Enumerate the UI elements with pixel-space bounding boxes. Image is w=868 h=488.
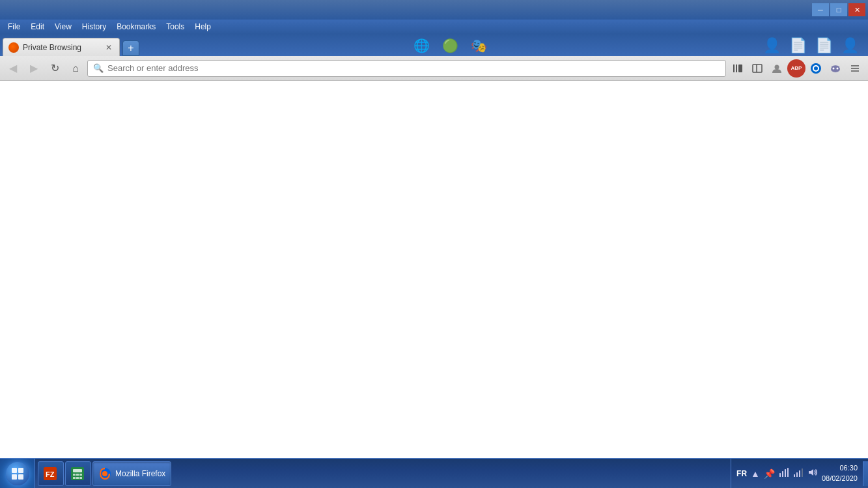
svg-rect-15 — [12, 468, 17, 473]
firefox-account-button[interactable] — [807, 59, 825, 78]
svg-point-30 — [102, 471, 107, 476]
svg-rect-31 — [779, 473, 781, 477]
menu-item-history[interactable]: History — [77, 21, 111, 33]
taskbar-app-firefox[interactable]: Mozilla Firefox — [92, 461, 171, 486]
taskbar-apps: FZ — [35, 459, 174, 488]
menu-item-bookmarks[interactable]: Bookmarks — [111, 21, 161, 33]
tray-pin-icon[interactable]: 📌 — [764, 468, 775, 479]
svg-rect-1 — [736, 65, 737, 72]
svg-rect-25 — [79, 474, 82, 476]
tab-bar-window-icons: 👤 📄 📄 👤 — [761, 35, 865, 56]
new-tab-button[interactable]: + — [122, 40, 139, 56]
tray-signal-icon[interactable] — [793, 468, 804, 479]
tab-title: Private Browsing — [23, 43, 100, 52]
home-button[interactable]: ⌂ — [66, 59, 85, 78]
reload-button[interactable]: ↻ — [46, 59, 64, 78]
win-icon-3[interactable]: 📄 — [813, 35, 834, 56]
bookmark-icon-2[interactable]: 🟢 — [440, 35, 461, 56]
svg-rect-23 — [73, 474, 76, 476]
main-content — [0, 81, 868, 458]
close-button[interactable]: ✕ — [848, 3, 865, 16]
menu-button[interactable] — [846, 59, 864, 78]
tab-close-button[interactable]: ✕ — [104, 42, 114, 53]
adblock-button[interactable]: ABP — [787, 59, 805, 78]
firefox-icon — [98, 467, 111, 480]
tray-network-icon[interactable] — [779, 468, 789, 479]
menu-bar: File Edit View History Bookmarks Tools H… — [0, 20, 868, 34]
sidebar-button[interactable] — [748, 59, 766, 78]
svg-point-11 — [837, 67, 839, 69]
address-bar[interactable]: 🔍 — [87, 60, 726, 77]
taskbar: FZ — [0, 458, 868, 488]
svg-rect-24 — [76, 474, 79, 476]
taskbar-app-filezilla[interactable]: FZ — [38, 461, 64, 486]
start-orb — [6, 462, 29, 485]
calculator-icon — [71, 467, 84, 480]
taskbar-tray: FR ▲ 📌 — [731, 459, 863, 488]
taskbar-app-calculator[interactable] — [65, 461, 91, 486]
library-button[interactable] — [729, 59, 747, 78]
svg-rect-38 — [802, 468, 803, 477]
bookmark-icon-3[interactable]: 🎭 — [469, 35, 490, 56]
pocket-button[interactable] — [768, 59, 786, 78]
filezilla-icon: FZ — [44, 467, 57, 480]
bookmark-icon-1[interactable]: 🌐 — [412, 35, 432, 56]
search-input[interactable] — [107, 63, 720, 73]
svg-rect-3 — [753, 65, 762, 72]
svg-rect-32 — [782, 471, 783, 477]
svg-rect-33 — [785, 469, 786, 477]
nav-bar: ◀ ▶ ↻ ⌂ 🔍 — [0, 56, 868, 81]
svg-rect-17 — [12, 474, 17, 480]
maximize-button[interactable]: □ — [830, 3, 847, 16]
menu-item-view[interactable]: View — [49, 21, 77, 33]
clock-date: 08/02/2020 — [822, 474, 858, 483]
svg-rect-36 — [796, 472, 798, 477]
start-button[interactable] — [0, 459, 35, 489]
tab-favicon — [8, 42, 19, 53]
svg-point-8 — [814, 66, 818, 70]
minimize-button[interactable]: ─ — [812, 3, 829, 16]
back-button[interactable]: ◀ — [4, 59, 22, 78]
menu-item-help[interactable]: Help — [189, 21, 216, 33]
win-icon-4[interactable]: 👤 — [839, 35, 860, 56]
search-icon: 🔍 — [93, 63, 104, 73]
svg-rect-18 — [18, 474, 23, 480]
tray-speaker-icon[interactable] — [807, 468, 818, 479]
nav-toolbar-icons: ABP — [729, 59, 864, 78]
language-indicator[interactable]: FR — [736, 469, 747, 478]
svg-rect-26 — [73, 477, 76, 479]
svg-rect-2 — [738, 65, 742, 72]
win-icon-1[interactable]: 👤 — [761, 35, 782, 56]
firefox-app-label: Mozilla Firefox — [115, 469, 165, 478]
tray-expand-icon[interactable]: ▲ — [751, 468, 760, 479]
svg-rect-27 — [76, 477, 79, 479]
svg-rect-0 — [733, 65, 735, 72]
win-icon-2[interactable]: 📄 — [787, 35, 808, 56]
clock-time: 06:30 — [822, 463, 858, 473]
svg-rect-37 — [799, 470, 800, 477]
abp-label: ABP — [791, 65, 802, 71]
svg-point-10 — [833, 67, 835, 69]
active-tab[interactable]: Private Browsing ✕ — [3, 38, 120, 56]
svg-rect-16 — [18, 468, 23, 473]
menu-item-edit[interactable]: Edit — [25, 21, 49, 33]
tab-bar: Private Browsing ✕ + 🌐 🟢 🎭 👤 📄 📄 👤 — [0, 34, 868, 56]
svg-rect-28 — [79, 477, 82, 479]
system-clock[interactable]: 06:30 08/02/2020 — [822, 463, 858, 483]
svg-rect-34 — [787, 468, 789, 477]
private-browsing-button[interactable] — [826, 59, 845, 78]
forward-button[interactable]: ▶ — [25, 59, 43, 78]
menu-item-file[interactable]: File — [3, 21, 25, 33]
menu-item-tools[interactable]: Tools — [161, 21, 189, 33]
bookmarks-toolbar: 🌐 🟢 🎭 — [139, 35, 761, 56]
svg-rect-22 — [73, 469, 82, 472]
title-bar-controls: ─ □ ✕ — [812, 3, 865, 16]
svg-point-5 — [775, 65, 779, 69]
svg-text:FZ: FZ — [46, 470, 55, 478]
title-bar: ─ □ ✕ — [0, 0, 868, 20]
show-desktop-button[interactable] — [863, 461, 868, 486]
svg-rect-35 — [794, 474, 795, 477]
